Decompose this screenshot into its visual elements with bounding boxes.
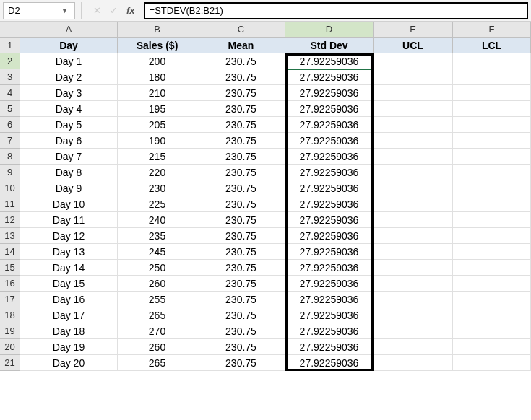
cell-B20[interactable]: 260 bbox=[118, 339, 197, 355]
header-cell-D[interactable]: Std Dev bbox=[285, 38, 374, 53]
select-all-triangle[interactable] bbox=[0, 22, 20, 38]
cell-A4[interactable]: Day 3 bbox=[20, 85, 118, 101]
cell-E13[interactable] bbox=[374, 228, 453, 244]
header-cell-F[interactable]: LCL bbox=[453, 38, 531, 53]
cell-D3[interactable]: 27.92259036 bbox=[285, 69, 374, 85]
header-cell-E[interactable]: UCL bbox=[374, 38, 453, 53]
cell-B11[interactable]: 225 bbox=[118, 196, 197, 212]
row-header-11[interactable]: 11 bbox=[0, 196, 20, 212]
row-header-4[interactable]: 4 bbox=[0, 85, 20, 101]
column-header-A[interactable]: A bbox=[20, 22, 118, 38]
cell-F3[interactable] bbox=[453, 69, 531, 85]
cell-B9[interactable]: 220 bbox=[118, 165, 197, 180]
cell-B14[interactable]: 245 bbox=[118, 244, 197, 260]
row-header-15[interactable]: 15 bbox=[0, 260, 20, 276]
cell-D13[interactable]: 27.92259036 bbox=[285, 228, 374, 244]
cell-D21[interactable]: 27.92259036 bbox=[285, 355, 374, 371]
column-header-C[interactable]: C bbox=[197, 22, 285, 38]
cell-F4[interactable] bbox=[453, 85, 531, 101]
cell-A7[interactable]: Day 6 bbox=[20, 133, 118, 149]
cell-D4[interactable]: 27.92259036 bbox=[285, 85, 374, 101]
cell-E19[interactable] bbox=[374, 323, 453, 339]
cell-B16[interactable]: 260 bbox=[118, 276, 197, 292]
cell-E7[interactable] bbox=[374, 133, 453, 149]
cell-D6[interactable]: 27.92259036 bbox=[285, 117, 374, 133]
cell-B15[interactable]: 250 bbox=[118, 260, 197, 276]
cell-D15[interactable]: 27.92259036 bbox=[285, 260, 374, 276]
row-header-16[interactable]: 16 bbox=[0, 276, 20, 292]
cell-A14[interactable]: Day 13 bbox=[20, 244, 118, 260]
cell-D8[interactable]: 27.92259036 bbox=[285, 149, 374, 165]
row-header-20[interactable]: 20 bbox=[0, 339, 20, 355]
cell-E5[interactable] bbox=[374, 101, 453, 117]
row-header-3[interactable]: 3 bbox=[0, 69, 20, 85]
cell-B13[interactable]: 235 bbox=[118, 228, 197, 244]
cell-A19[interactable]: Day 18 bbox=[20, 323, 118, 339]
cell-E3[interactable] bbox=[374, 69, 453, 85]
cell-E14[interactable] bbox=[374, 244, 453, 260]
cell-C18[interactable]: 230.75 bbox=[197, 307, 285, 323]
cell-F18[interactable] bbox=[453, 307, 531, 323]
cell-C19[interactable]: 230.75 bbox=[197, 323, 285, 339]
cell-E2[interactable] bbox=[374, 53, 453, 69]
cell-A8[interactable]: Day 7 bbox=[20, 149, 118, 165]
row-header-19[interactable]: 19 bbox=[0, 323, 20, 339]
cell-B5[interactable]: 195 bbox=[118, 101, 197, 117]
cell-E15[interactable] bbox=[374, 260, 453, 276]
row-header-14[interactable]: 14 bbox=[0, 244, 20, 260]
formula-input[interactable]: =STDEV(B2:B21) bbox=[144, 2, 528, 19]
cell-A10[interactable]: Day 9 bbox=[20, 180, 118, 196]
cell-F13[interactable] bbox=[453, 228, 531, 244]
cell-B8[interactable]: 215 bbox=[118, 149, 197, 165]
cell-A12[interactable]: Day 11 bbox=[20, 212, 118, 228]
row-header-18[interactable]: 18 bbox=[0, 307, 20, 323]
cell-A3[interactable]: Day 2 bbox=[20, 69, 118, 85]
cell-D5[interactable]: 27.92259036 bbox=[285, 101, 374, 117]
cell-A15[interactable]: Day 14 bbox=[20, 260, 118, 276]
cell-C10[interactable]: 230.75 bbox=[197, 180, 285, 196]
row-header-7[interactable]: 7 bbox=[0, 133, 20, 149]
cell-C3[interactable]: 230.75 bbox=[197, 69, 285, 85]
cell-F11[interactable] bbox=[453, 196, 531, 212]
cell-D10[interactable]: 27.92259036 bbox=[285, 180, 374, 196]
cell-A6[interactable]: Day 5 bbox=[20, 117, 118, 133]
row-header-21[interactable]: 21 bbox=[0, 355, 20, 371]
cell-F6[interactable] bbox=[453, 117, 531, 133]
cell-A21[interactable]: Day 20 bbox=[20, 355, 118, 371]
cell-E9[interactable] bbox=[374, 165, 453, 180]
cell-C7[interactable]: 230.75 bbox=[197, 133, 285, 149]
cell-A13[interactable]: Day 12 bbox=[20, 228, 118, 244]
header-cell-C[interactable]: Mean bbox=[197, 38, 285, 53]
cell-C2[interactable]: 230.75 bbox=[197, 53, 285, 69]
cell-A17[interactable]: Day 16 bbox=[20, 292, 118, 307]
cell-E10[interactable] bbox=[374, 180, 453, 196]
cell-E21[interactable] bbox=[374, 355, 453, 371]
cell-C4[interactable]: 230.75 bbox=[197, 85, 285, 101]
cell-C9[interactable]: 230.75 bbox=[197, 165, 285, 180]
cell-A5[interactable]: Day 4 bbox=[20, 101, 118, 117]
cell-A20[interactable]: Day 19 bbox=[20, 339, 118, 355]
cell-C20[interactable]: 230.75 bbox=[197, 339, 285, 355]
cell-B3[interactable]: 180 bbox=[118, 69, 197, 85]
cell-A11[interactable]: Day 10 bbox=[20, 196, 118, 212]
cell-F12[interactable] bbox=[453, 212, 531, 228]
cell-B21[interactable]: 265 bbox=[118, 355, 197, 371]
row-header-2[interactable]: 2 bbox=[0, 53, 20, 69]
cell-F9[interactable] bbox=[453, 165, 531, 180]
cell-B7[interactable]: 190 bbox=[118, 133, 197, 149]
fx-icon[interactable]: fx bbox=[126, 5, 135, 16]
cell-F20[interactable] bbox=[453, 339, 531, 355]
name-box[interactable]: D2 ▼ bbox=[3, 2, 75, 19]
cell-E18[interactable] bbox=[374, 307, 453, 323]
row-header-5[interactable]: 5 bbox=[0, 101, 20, 117]
cell-A2[interactable]: Day 1 bbox=[20, 53, 118, 69]
cell-D11[interactable]: 27.92259036 bbox=[285, 196, 374, 212]
cell-B2[interactable]: 200 bbox=[118, 53, 197, 69]
cell-D20[interactable]: 27.92259036 bbox=[285, 339, 374, 355]
cell-E11[interactable] bbox=[374, 196, 453, 212]
cell-C17[interactable]: 230.75 bbox=[197, 292, 285, 307]
row-header-10[interactable]: 10 bbox=[0, 180, 20, 196]
cell-F5[interactable] bbox=[453, 101, 531, 117]
cell-C8[interactable]: 230.75 bbox=[197, 149, 285, 165]
header-cell-B[interactable]: Sales ($) bbox=[118, 38, 197, 53]
